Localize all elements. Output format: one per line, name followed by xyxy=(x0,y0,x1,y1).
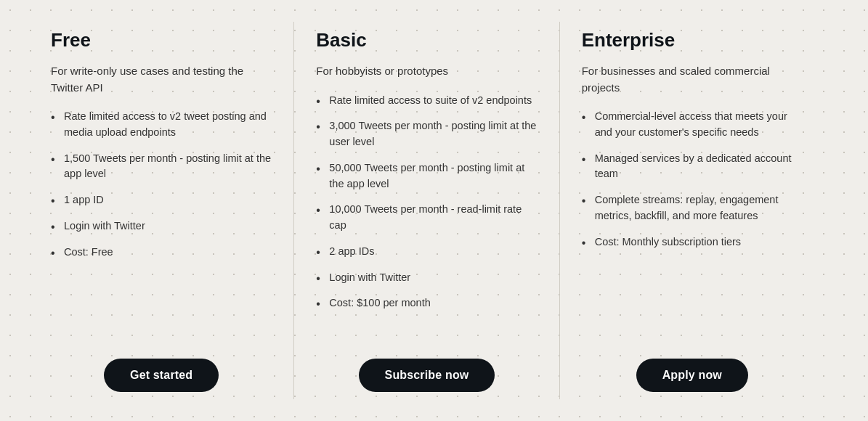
list-item: Cost: Monthly subscription tiers xyxy=(582,234,803,250)
list-item: 1 app ID xyxy=(51,192,272,208)
list-item: Managed services by a dedicated account … xyxy=(582,151,803,183)
free-features-list: Rate limited access to v2 tweet posting … xyxy=(51,109,272,344)
list-item: Login with Twitter xyxy=(51,218,272,234)
enterprise-plan-column: Enterprise For businesses and scaled com… xyxy=(575,22,824,399)
list-item: Cost: $100 per month xyxy=(316,295,537,311)
get-started-button[interactable]: Get started xyxy=(104,359,219,392)
list-item: Cost: Free xyxy=(51,245,272,261)
list-item: Rate limited access to v2 tweet posting … xyxy=(51,109,272,141)
list-item: 2 app IDs xyxy=(316,244,537,260)
list-item: 3,000 Tweets per month - posting limit a… xyxy=(316,118,537,150)
basic-plan-description: For hobbyists or prototypes xyxy=(316,63,537,80)
list-item: Rate limited access to suite of v2 endpo… xyxy=(316,93,537,109)
free-button-area: Get started xyxy=(51,359,272,392)
pricing-container: Free For write-only use cases and testin… xyxy=(0,0,868,421)
free-plan-column: Free For write-only use cases and testin… xyxy=(44,22,294,399)
free-plan-title: Free xyxy=(51,29,272,52)
basic-plan-column: Basic For hobbyists or prototypes Rate l… xyxy=(309,22,559,399)
subscribe-now-button[interactable]: Subscribe now xyxy=(359,359,495,392)
free-plan-description: For write-only use cases and testing the… xyxy=(51,63,272,96)
apply-now-button[interactable]: Apply now xyxy=(636,359,748,392)
list-item: 1,500 Tweets per month - posting limit a… xyxy=(51,151,272,183)
basic-plan-title: Basic xyxy=(316,29,537,52)
basic-features-list: Rate limited access to suite of v2 endpo… xyxy=(316,93,537,345)
list-item: 10,000 Tweets per month - read-limit rat… xyxy=(316,202,537,234)
list-item: Complete streams: replay, engagement met… xyxy=(582,192,803,224)
list-item: 50,000 Tweets per month - posting limit … xyxy=(316,160,537,192)
enterprise-button-area: Apply now xyxy=(582,359,803,392)
enterprise-plan-title: Enterprise xyxy=(582,29,803,52)
enterprise-features-list: Commercial-level access that meets your … xyxy=(582,109,803,344)
enterprise-plan-description: For businesses and scaled commercial pro… xyxy=(582,63,803,96)
list-item: Login with Twitter xyxy=(316,270,537,286)
list-item: Commercial-level access that meets your … xyxy=(582,109,803,141)
basic-button-area: Subscribe now xyxy=(316,359,537,392)
